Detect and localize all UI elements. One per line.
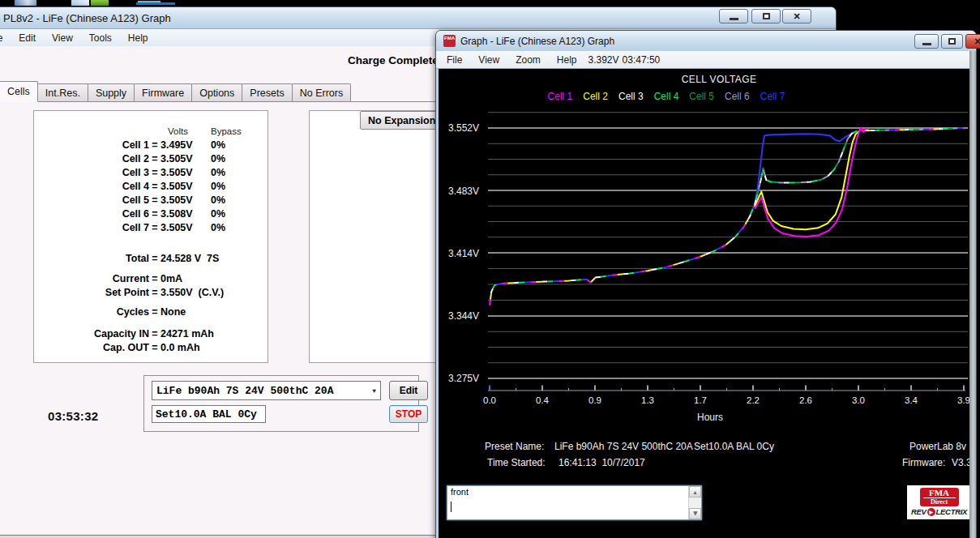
cell-4-volts: 3.505V <box>160 181 211 192</box>
pl8-menu-tools[interactable]: Tools <box>81 29 120 46</box>
minimize-icon <box>922 43 931 45</box>
x-axis-label: Hours <box>670 412 751 423</box>
capacity-out-row: Cap. OUT=0.0 mAh <box>34 340 267 354</box>
graph-minimize-button[interactable] <box>914 34 939 49</box>
live-time-readout: 03:47:50 <box>619 54 661 66</box>
bypass-column-header: Bypass <box>211 126 242 136</box>
elapsed-time: 03:53:32 <box>48 409 98 423</box>
y-tick-label: 3.483V <box>448 186 486 197</box>
cell-row-3: Cell 3=3.505V0% <box>34 165 267 179</box>
x-tick-label: 3.4 <box>898 395 924 405</box>
cell-row-5: Cell 5=3.505V0% <box>34 193 267 207</box>
play-icon: ▶ <box>927 508 935 516</box>
edit-button[interactable]: Edit <box>389 381 428 400</box>
tab-firmware[interactable]: Firmware <box>134 83 192 101</box>
desktop-icon-fragment-1 <box>15 0 36 6</box>
graph-client-area: CELL VOLTAGE Cell 1 Cell 2 Cell 3 Cell 4… <box>439 69 971 538</box>
note-text: front <box>451 487 469 497</box>
cell-row-1: Cell 1=3.495V0% <box>34 138 267 152</box>
graph-titlebar[interactable]: FMA Graph - LiFe (Chinese A123) Graph <box>436 31 976 51</box>
minimize-icon <box>730 18 738 20</box>
x-tick-label: 3.0 <box>845 395 871 405</box>
cell-1-volts: 3.495V <box>160 139 211 151</box>
x-tick-label: 0.9 <box>582 395 608 405</box>
preset-combobox-value: LiFe b90Ah 7S 24V 500thC 20A <box>156 385 333 397</box>
readout-header-row: VoltsBypass <box>34 124 267 138</box>
expansion-panel <box>309 110 437 363</box>
volts-column-header: Volts <box>160 126 211 136</box>
note-scrollbar[interactable]: ▲ ▶ <box>688 486 701 519</box>
graph-close-button[interactable]: ✕ <box>965 34 980 49</box>
tab-int-res[interactable]: Int.Res. <box>37 83 88 101</box>
maximize-icon <box>763 13 770 19</box>
pl8-titlebar[interactable]: PL8v2 - LiFe (Chinese A123) Graph <box>0 7 836 28</box>
device-name: PowerLab 8v <box>909 441 966 452</box>
tab-no-errors[interactable]: No Errors <box>292 83 351 101</box>
voltage-chart <box>439 69 971 442</box>
scroll-down-button[interactable]: ▶ <box>689 508 701 519</box>
scroll-up-button[interactable]: ▲ <box>689 486 701 497</box>
preset-name-label: Preset Name: <box>485 441 544 452</box>
tab-presets[interactable]: Presets <box>242 83 292 101</box>
firmware-value: V3.3 <box>952 457 971 468</box>
cell-7-volts: 3.505V <box>160 222 211 233</box>
cell-2-bypass: 0% <box>211 153 225 164</box>
graph-menu-zoom[interactable]: Zoom <box>507 51 549 68</box>
fma-app-icon: FMA <box>443 35 456 47</box>
pl8-menu-view[interactable]: View <box>44 29 81 46</box>
mode-field[interactable]: Set10.0A BAL 0Cy <box>152 405 266 423</box>
y-tick-label: 3.414V <box>448 248 486 259</box>
setpoint-row: Set Point=3.550V (C.V.) <box>34 285 267 299</box>
y-tick-label: 3.552V <box>448 122 486 134</box>
stop-button[interactable]: STOP <box>389 405 428 423</box>
cell-row-6: Cell 6=3.508V0% <box>34 207 267 220</box>
graph-menu-help[interactable]: Help <box>549 51 585 68</box>
pl8-maximize-button[interactable] <box>751 9 781 23</box>
preset-mode-value: Set10.0A BAL 0Cy <box>694 441 774 452</box>
graph-menu-file[interactable]: File <box>439 51 470 68</box>
graph-window-right-border <box>969 51 976 538</box>
graph-menu-view[interactable]: View <box>470 51 507 68</box>
tab-options[interactable]: Options <box>191 83 242 101</box>
desktop-icon-fragment-4 <box>136 2 175 5</box>
note-textarea[interactable]: front ▲ ▶ <box>447 485 702 520</box>
pl8-minimize-button[interactable] <box>719 9 748 23</box>
cell-3-bypass: 0% <box>211 167 225 178</box>
cell-2-volts: 3.505V <box>160 153 211 164</box>
close-icon: ✕ <box>793 12 800 21</box>
firmware-label: Firmware: <box>902 457 945 468</box>
revolectrix-logo: REV ▶ LECTRIX <box>907 507 971 516</box>
arrow-down-icon: ▶ <box>691 511 698 515</box>
arrow-up-icon: ▲ <box>692 489 698 495</box>
capacity-in-row: Capacity IN=24271 mAh <box>34 327 267 340</box>
graph-maximize-button[interactable] <box>941 34 963 49</box>
graph-window: FMA Graph - LiFe (Chinese A123) Graph ✕ … <box>435 30 977 538</box>
total-row: Total=24.528 V 7S <box>34 251 267 265</box>
pl8-close-button[interactable]: ✕ <box>782 9 811 23</box>
tab-cells[interactable]: Cells <box>0 81 38 102</box>
pl8-menu-edit[interactable]: Edit <box>11 29 44 46</box>
time-started-label: Time Started: <box>487 457 546 468</box>
tab-supply[interactable]: Supply <box>88 83 135 101</box>
cell-6-volts: 3.508V <box>160 208 211 220</box>
pl8-menu-help[interactable]: Help <box>120 29 156 46</box>
total-value: 24.528 V 7S <box>160 253 267 264</box>
desktop-icon-fragment-5 <box>138 1 160 2</box>
x-tick-label: 2.2 <box>740 395 766 405</box>
cell-4-bypass: 0% <box>211 181 225 192</box>
cell-readout-panel: VoltsBypass Cell 1=3.495V0% Cell 2=3.505… <box>33 110 268 363</box>
x-tick-label: 1.3 <box>635 395 661 405</box>
y-tick-label: 3.344V <box>448 310 486 322</box>
x-tick-label: 3.9 <box>951 395 971 405</box>
no-expansion-button: No Expansion <box>360 111 443 130</box>
cell-1-bypass: 0% <box>211 139 225 151</box>
pl8-window-title: PL8v2 - LiFe (Chinese A123) Graph <box>0 12 171 24</box>
pl8-menu-file[interactable]: File <box>0 29 11 46</box>
cell-5-bypass: 0% <box>211 194 225 206</box>
preset-combobox[interactable]: LiFe b90Ah 7S 24V 500thC 20A ▼ <box>152 381 381 400</box>
x-tick-label: 1.7 <box>687 395 713 405</box>
desktop-icon-fragment-2 <box>71 0 89 6</box>
cell-row-2: Cell 2=3.505V0% <box>34 152 267 165</box>
cell-5-volts: 3.505V <box>160 194 211 206</box>
y-tick-label: 3.275V <box>448 373 486 384</box>
